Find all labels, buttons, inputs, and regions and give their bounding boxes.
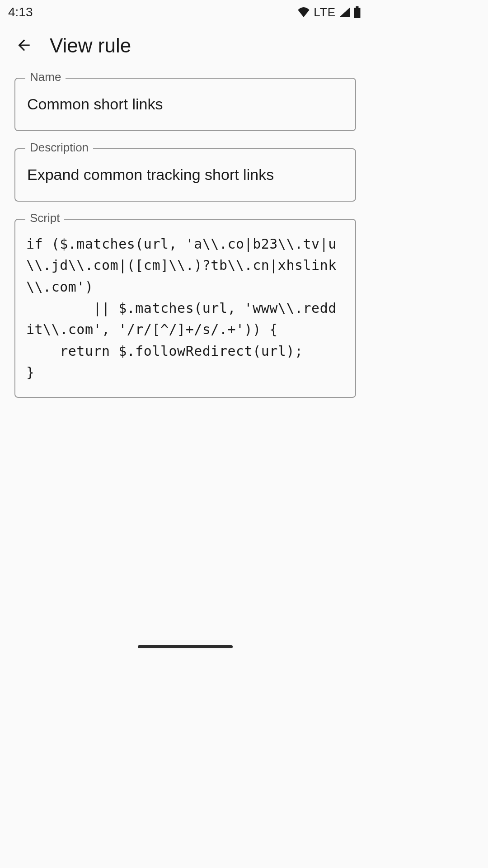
script-field[interactable]: if ($.matches(url, 'a\\.co|b23\\.tv|u\\.… xyxy=(14,219,356,398)
script-field-wrap: Script if ($.matches(url, 'a\\.co|b23\\.… xyxy=(14,219,356,398)
arrow-back-icon xyxy=(15,37,33,55)
name-label: Name xyxy=(25,70,66,84)
network-label: LTE xyxy=(314,5,336,19)
content: Name Common short links Description Expa… xyxy=(0,70,371,398)
app-bar: View rule xyxy=(0,24,371,70)
battery-icon xyxy=(354,6,361,18)
page-title: View rule xyxy=(50,34,131,57)
back-button[interactable] xyxy=(14,35,34,57)
status-time: 4:13 xyxy=(8,5,33,19)
description-label: Description xyxy=(25,141,93,155)
status-bar: 4:13 LTE xyxy=(0,0,371,24)
script-label: Script xyxy=(25,211,64,225)
wifi-icon xyxy=(297,7,310,17)
status-indicators: LTE xyxy=(297,5,361,19)
name-field-wrap: Name Common short links xyxy=(14,78,356,131)
description-field[interactable]: Expand common tracking short links xyxy=(14,148,356,202)
name-field[interactable]: Common short links xyxy=(14,78,356,131)
gesture-bar[interactable] xyxy=(138,645,233,648)
description-field-wrap: Description Expand common tracking short… xyxy=(14,148,356,202)
signal-icon xyxy=(339,7,350,17)
